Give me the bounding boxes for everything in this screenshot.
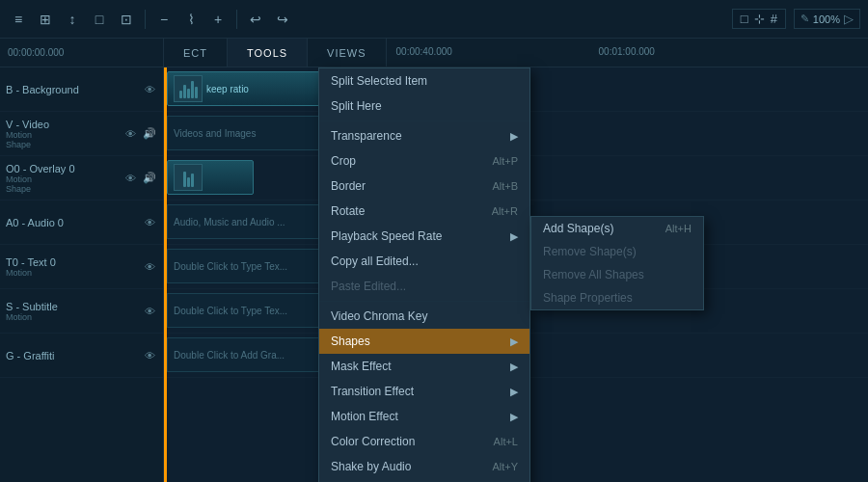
menu-shake-by-audio[interactable]: Shake by Audio Alt+Y: [319, 454, 529, 479]
top-toolbar: ≡ ⊞ ↕ □ ⊡ − ⌇ + ↩ ↪ □ ⊹ # ✎ 100% ▷: [0, 0, 868, 39]
menu-border[interactable]: Border Alt+B: [319, 174, 529, 199]
waveform-icon[interactable]: ⌇: [180, 9, 202, 30]
menu-color-correction[interactable]: Color Correction Alt+L: [319, 429, 529, 454]
track-overlay: O0 - Overlay 0 Motion Shape 👁 🔊: [0, 156, 163, 201]
menu-split-selected[interactable]: Split Selected Item: [319, 68, 529, 94]
zoom-level: 100%: [813, 13, 840, 25]
arrow-motion: ▶: [510, 411, 518, 423]
shapes-submenu: Add Shape(s) Alt+H Remove Shape(s) Remov…: [530, 216, 704, 310]
menu-transition-effect[interactable]: Transition Effect ▶: [319, 379, 529, 404]
arrow-transition: ▶: [510, 386, 518, 398]
edit-icon: ✎: [800, 13, 809, 25]
track-background: B - Background 👁: [0, 67, 163, 112]
separator-b: [319, 301, 529, 302]
menu-transparence[interactable]: Transparence ▶: [319, 123, 529, 148]
arrow-playback: ▶: [510, 230, 518, 243]
time-marker-40: 00:00:40.000: [396, 46, 452, 57]
arrow-mask: ▶: [510, 361, 518, 373]
eye-icon-audio[interactable]: 👁: [142, 215, 157, 230]
tab-views[interactable]: VIEWS: [308, 39, 386, 67]
arrow-shapes: ▶: [510, 335, 518, 348]
separator-2: [236, 10, 237, 29]
main-layout: B - Background 👁 V - Video Motion Shape …: [0, 67, 868, 482]
menu-paste-edited[interactable]: Paste Edited...: [319, 274, 529, 299]
separator-a: [319, 120, 529, 121]
redo-icon[interactable]: ↪: [272, 9, 293, 30]
linked-icon[interactable]: ⊡: [116, 9, 137, 30]
overlay-thumb: [174, 164, 203, 191]
speaker-icon-overlay[interactable]: 🔊: [142, 171, 157, 186]
eye-icon-background[interactable]: 👁: [142, 82, 157, 97]
header-tabs: 00:00:00.000 ECT TOOLS VIEWS 00:00:40.00…: [0, 39, 868, 67]
menu-add-shapes[interactable]: Add Shape(s) Alt+H: [531, 217, 703, 240]
eye-icon-graffiti[interactable]: 👁: [142, 348, 157, 363]
menu-mask-effect[interactable]: Mask Effect ▶: [319, 354, 529, 379]
tab-ect[interactable]: ECT: [164, 39, 228, 67]
grid-icon[interactable]: ⊞: [35, 9, 56, 30]
track-subtitle: S - Subtitle Motion 👁: [0, 289, 163, 334]
arrow-transparence: ▶: [510, 130, 518, 143]
menu-crop[interactable]: Crop Alt+P: [319, 148, 529, 174]
menu-shape-properties[interactable]: Shape Properties: [531, 286, 703, 309]
crop-icon: □: [741, 12, 748, 26]
clip-thumbnail: [174, 75, 203, 102]
current-time: 00:00:00.000: [8, 47, 64, 58]
tab-tools[interactable]: TOOLS: [228, 39, 308, 67]
play-button[interactable]: ▷: [844, 12, 854, 26]
eye-icon-text0[interactable]: 👁: [142, 259, 157, 275]
menu-split-here[interactable]: Split Here: [319, 94, 529, 119]
track-text0: T0 - Text 0 Motion 👁: [0, 245, 163, 289]
tracks-panel: B - Background 👁 V - Video Motion Shape …: [0, 67, 164, 482]
speaker-icon-video[interactable]: 🔊: [142, 126, 157, 142]
menu-remove-shape[interactable]: Remove Shape(s): [531, 240, 703, 263]
plus-icon[interactable]: +: [207, 9, 229, 30]
menu-copy-edited[interactable]: Copy all Edited...: [319, 249, 529, 274]
track-audio: A0 - Audio 0 👁: [0, 201, 163, 245]
menu-remove-all-shapes[interactable]: Remove All Shapes: [531, 263, 703, 286]
menu-motion-effect[interactable]: Motion Effect ▶: [319, 404, 529, 429]
eye-icon-overlay[interactable]: 👁: [122, 171, 138, 186]
menu-icon[interactable]: ≡: [8, 9, 29, 30]
eye-icon-video[interactable]: 👁: [122, 126, 138, 142]
eye-icon-subtitle[interactable]: 👁: [142, 304, 157, 319]
track-graffiti: G - Graffiti 👁: [0, 334, 163, 378]
grid-overlay-icon: ⊹: [754, 12, 765, 26]
clip-label: keep ratio: [206, 84, 249, 94]
menu-shapes[interactable]: Shapes ▶: [319, 329, 529, 354]
track-video: V - Video Motion Shape 👁 🔊: [0, 112, 163, 156]
hashtag-icon: #: [771, 12, 777, 26]
menu-playback-speed[interactable]: Playback Speed Rate ▶: [319, 224, 529, 249]
track-height-icon[interactable]: ↕: [62, 9, 83, 30]
clip-icon[interactable]: □: [89, 9, 110, 30]
time-marker-60: 00:01:00.000: [599, 46, 655, 57]
menu-chroma-key[interactable]: Video Chroma Key: [319, 304, 529, 329]
menu-rotate[interactable]: Rotate Alt+R: [319, 199, 529, 224]
minus-icon[interactable]: −: [153, 9, 175, 30]
overlay-clip[interactable]: [167, 160, 254, 195]
undo-icon[interactable]: ↩: [245, 9, 266, 30]
playhead[interactable]: [164, 67, 167, 482]
context-menu: Split Selected Item Split Here Transpare…: [318, 67, 530, 482]
separator-1: [145, 10, 146, 29]
